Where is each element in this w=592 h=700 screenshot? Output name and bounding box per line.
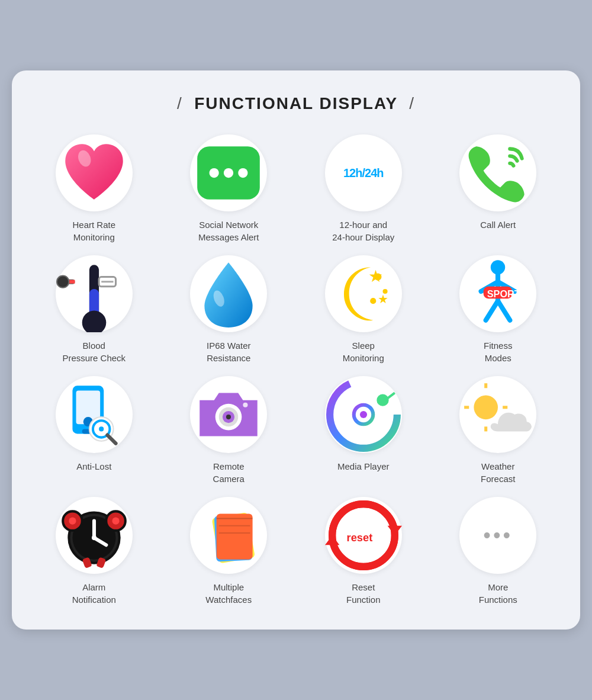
feature-label-watchfaces: MultipleWatchfaces (205, 581, 252, 606)
feature-icon-fitness: SPORT (459, 255, 536, 332)
svg-point-34 (99, 426, 104, 431)
feature-item-media-player: Media Player (299, 376, 428, 485)
feature-item-heart-rate: Heart RateMonitoring (30, 134, 159, 243)
feature-label-water-resistance: IP68 WaterResistance (207, 339, 250, 364)
feature-item-call-alert: Call Alert (434, 134, 563, 243)
feature-item-social-network: Social NetworkMessages Alert (165, 134, 294, 243)
svg-point-55 (92, 535, 96, 540)
feature-icon-sleep: ★ ★ (325, 255, 402, 332)
svg-point-3 (224, 168, 233, 178)
feature-label-remote-camera: RemoteCamera (213, 460, 244, 485)
feature-label-reset: ResetFunction (346, 581, 381, 606)
feature-label-heart-rate: Heart RateMonitoring (72, 219, 115, 243)
svg-point-61 (112, 518, 119, 525)
feature-label-weather: WeatherForecast (481, 460, 515, 485)
feature-icon-social-network (190, 134, 267, 211)
main-card: / FUNCTIONAL DISPLAY / Heart RateMonitor… (12, 70, 580, 630)
feature-item-alarm: AlarmNotification (30, 497, 159, 606)
feature-label-call-alert: Call Alert (480, 219, 516, 231)
svg-point-38 (226, 415, 231, 419)
feature-item-reset: reset ResetFunction (299, 497, 428, 606)
svg-point-2 (210, 168, 219, 178)
feature-icon-heart-rate (56, 134, 133, 211)
svg-line-24 (498, 301, 510, 320)
feature-icon-time-display: 12h/24h (325, 134, 402, 211)
feature-icon-weather (459, 376, 536, 453)
feature-item-time-display: 12h/24h12-hour and24-hour Display (299, 134, 428, 243)
feature-icon-reset: reset (325, 497, 402, 574)
feature-icon-watchfaces (190, 497, 267, 574)
feature-item-weather: WeatherForecast (434, 376, 563, 485)
feature-icon-more: ••• (459, 497, 536, 574)
feature-icon-anti-lost (56, 376, 133, 453)
svg-text:SPORT: SPORT (487, 288, 520, 299)
svg-point-7 (82, 310, 106, 332)
feature-item-fitness: SPORT FitnessModes (434, 255, 563, 364)
svg-text:★: ★ (378, 293, 388, 306)
feature-label-more: MoreFunctions (479, 581, 517, 606)
feature-label-media-player: Media Player (337, 460, 390, 473)
svg-point-10 (57, 276, 69, 288)
svg-point-39 (243, 403, 248, 407)
feature-icon-blood-pressure (56, 255, 133, 332)
feature-item-remote-camera: RemoteCamera (165, 376, 294, 485)
feature-item-water-resistance: IP68 WaterResistance (165, 255, 294, 364)
svg-text:★: ★ (368, 266, 383, 285)
feature-item-watchfaces: MultipleWatchfaces (165, 497, 294, 606)
feature-icon-call-alert (459, 134, 536, 211)
feature-item-more: •••MoreFunctions (434, 497, 563, 606)
title-suffix: / (409, 94, 415, 113)
feature-icon-media-player (325, 376, 402, 453)
feature-icon-water-resistance (190, 255, 267, 332)
feature-item-anti-lost: Anti-Lost (30, 376, 159, 485)
feature-label-sleep: SleepMonitoring (343, 339, 384, 364)
svg-marker-69 (387, 526, 401, 535)
svg-marker-70 (325, 535, 339, 545)
svg-line-23 (486, 301, 498, 320)
svg-text:reset: reset (346, 531, 372, 544)
feature-icon-remote-camera (190, 376, 267, 453)
svg-rect-64 (217, 513, 253, 559)
feature-label-alarm: AlarmNotification (72, 581, 116, 606)
feature-label-anti-lost: Anti-Lost (76, 460, 111, 473)
feature-label-time-display: 12-hour and24-hour Display (332, 219, 394, 243)
features-grid: Heart RateMonitoring Social NetworkMessa… (30, 134, 562, 606)
feature-label-social-network: Social NetworkMessages Alert (198, 219, 259, 243)
feature-label-fitness: FitnessModes (484, 339, 512, 364)
svg-point-4 (239, 168, 248, 178)
title-text: FUNCTIONAL DISPLAY (194, 94, 398, 113)
svg-point-16 (370, 298, 376, 304)
svg-point-60 (69, 518, 76, 525)
svg-point-45 (474, 396, 498, 420)
feature-icon-alarm (56, 497, 133, 574)
page-title: / FUNCTIONAL DISPLAY / (30, 94, 562, 113)
feature-item-sleep: ★ ★ SleepMonitoring (299, 255, 428, 364)
feature-item-blood-pressure: BloodPressure Check (30, 255, 159, 364)
title-prefix: / (177, 94, 183, 113)
feature-label-blood-pressure: BloodPressure Check (62, 339, 126, 364)
svg-point-42 (360, 411, 367, 418)
